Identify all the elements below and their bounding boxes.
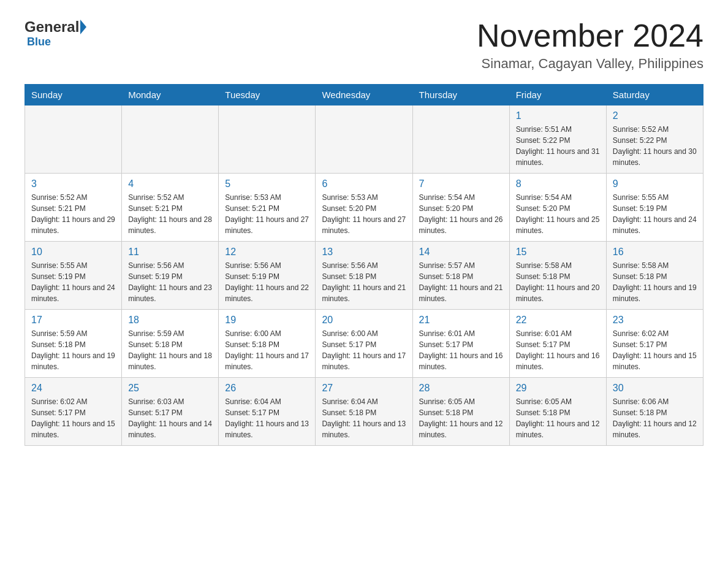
logo-text: General xyxy=(25,18,86,36)
day-cell: 22Sunrise: 6:01 AMSunset: 5:17 PMDayligh… xyxy=(509,310,606,378)
day-info: Sunrise: 6:02 AMSunset: 5:17 PMDaylight:… xyxy=(613,329,697,371)
day-number: 6 xyxy=(322,178,406,190)
day-info: Sunrise: 5:52 AMSunset: 5:21 PMDaylight:… xyxy=(31,193,115,235)
day-number: 26 xyxy=(225,383,309,394)
day-cell: 16Sunrise: 5:58 AMSunset: 5:18 PMDayligh… xyxy=(606,242,703,310)
day-info: Sunrise: 6:05 AMSunset: 5:18 PMDaylight:… xyxy=(419,397,503,439)
day-number: 13 xyxy=(322,247,406,258)
day-info: Sunrise: 6:04 AMSunset: 5:17 PMDaylight:… xyxy=(225,397,309,439)
day-cell: 30Sunrise: 6:06 AMSunset: 5:18 PMDayligh… xyxy=(606,378,703,446)
col-header-monday: Monday xyxy=(122,85,219,105)
day-info: Sunrise: 5:53 AMSunset: 5:21 PMDaylight:… xyxy=(225,193,309,235)
week-row-4: 17Sunrise: 5:59 AMSunset: 5:18 PMDayligh… xyxy=(25,310,703,378)
week-row-5: 24Sunrise: 6:02 AMSunset: 5:17 PMDayligh… xyxy=(25,378,703,446)
calendar-header-row: SundayMondayTuesdayWednesdayThursdayFrid… xyxy=(25,85,703,105)
day-cell: 29Sunrise: 6:05 AMSunset: 5:18 PMDayligh… xyxy=(509,378,606,446)
day-cell: 23Sunrise: 6:02 AMSunset: 5:17 PMDayligh… xyxy=(606,310,703,378)
day-cell: 6Sunrise: 5:53 AMSunset: 5:20 PMDaylight… xyxy=(316,174,412,242)
day-cell xyxy=(122,105,219,174)
day-info: Sunrise: 5:56 AMSunset: 5:18 PMDaylight:… xyxy=(322,261,406,303)
day-info: Sunrise: 5:52 AMSunset: 5:22 PMDaylight:… xyxy=(613,125,697,167)
day-cell: 26Sunrise: 6:04 AMSunset: 5:17 PMDayligh… xyxy=(219,378,316,446)
day-cell: 18Sunrise: 5:59 AMSunset: 5:18 PMDayligh… xyxy=(122,310,219,378)
col-header-friday: Friday xyxy=(509,85,606,105)
logo-blue-text: Blue xyxy=(25,36,51,48)
day-cell: 19Sunrise: 6:00 AMSunset: 5:18 PMDayligh… xyxy=(219,310,316,378)
logo-sub-label: Blue xyxy=(27,36,51,48)
day-number: 11 xyxy=(128,247,212,258)
day-number: 7 xyxy=(419,178,503,190)
day-info: Sunrise: 5:54 AMSunset: 5:20 PMDaylight:… xyxy=(419,193,503,235)
day-number: 10 xyxy=(31,247,115,258)
day-cell: 4Sunrise: 5:52 AMSunset: 5:21 PMDaylight… xyxy=(122,174,219,242)
day-info: Sunrise: 6:05 AMSunset: 5:18 PMDaylight:… xyxy=(516,397,600,439)
day-cell: 2Sunrise: 5:52 AMSunset: 5:22 PMDaylight… xyxy=(606,105,703,174)
calendar-table: SundayMondayTuesdayWednesdayThursdayFrid… xyxy=(25,84,703,446)
day-info: Sunrise: 6:00 AMSunset: 5:17 PMDaylight:… xyxy=(322,329,406,371)
day-cell: 9Sunrise: 5:55 AMSunset: 5:19 PMDaylight… xyxy=(606,174,703,242)
day-info: Sunrise: 5:52 AMSunset: 5:21 PMDaylight:… xyxy=(128,193,212,235)
day-number: 15 xyxy=(516,247,600,258)
title-block: November 2024 Sinamar, Cagayan Valley, P… xyxy=(477,18,703,72)
page-header: General Blue November 2024 Sinamar, Caga… xyxy=(25,18,703,72)
col-header-sunday: Sunday xyxy=(25,85,122,105)
day-cell xyxy=(412,105,509,174)
day-info: Sunrise: 5:58 AMSunset: 5:18 PMDaylight:… xyxy=(516,261,600,303)
day-number: 14 xyxy=(419,247,503,258)
col-header-saturday: Saturday xyxy=(606,85,703,105)
day-number: 30 xyxy=(613,383,697,394)
day-number: 22 xyxy=(516,315,600,326)
logo: General Blue xyxy=(25,18,86,48)
day-info: Sunrise: 6:03 AMSunset: 5:17 PMDaylight:… xyxy=(128,397,212,439)
day-cell: 13Sunrise: 5:56 AMSunset: 5:18 PMDayligh… xyxy=(316,242,412,310)
day-cell: 15Sunrise: 5:58 AMSunset: 5:18 PMDayligh… xyxy=(509,242,606,310)
day-info: Sunrise: 6:04 AMSunset: 5:18 PMDaylight:… xyxy=(322,397,406,439)
page-subtitle: Sinamar, Cagayan Valley, Philippines xyxy=(477,56,703,72)
day-number: 5 xyxy=(225,178,309,190)
logo-general: General xyxy=(25,18,79,36)
day-cell: 24Sunrise: 6:02 AMSunset: 5:17 PMDayligh… xyxy=(25,378,122,446)
day-info: Sunrise: 5:55 AMSunset: 5:19 PMDaylight:… xyxy=(31,261,115,303)
logo-triangle-icon xyxy=(80,20,86,34)
day-info: Sunrise: 6:06 AMSunset: 5:18 PMDaylight:… xyxy=(613,397,697,439)
day-number: 9 xyxy=(613,178,697,190)
day-number: 2 xyxy=(613,110,697,121)
day-info: Sunrise: 5:54 AMSunset: 5:20 PMDaylight:… xyxy=(516,193,600,235)
day-cell: 1Sunrise: 5:51 AMSunset: 5:22 PMDaylight… xyxy=(509,105,606,174)
day-number: 21 xyxy=(419,315,503,326)
day-cell: 8Sunrise: 5:54 AMSunset: 5:20 PMDaylight… xyxy=(509,174,606,242)
day-number: 24 xyxy=(31,383,115,394)
day-info: Sunrise: 6:00 AMSunset: 5:18 PMDaylight:… xyxy=(225,329,309,371)
day-cell: 3Sunrise: 5:52 AMSunset: 5:21 PMDaylight… xyxy=(25,174,122,242)
week-row-1: 1Sunrise: 5:51 AMSunset: 5:22 PMDaylight… xyxy=(25,105,703,174)
day-number: 23 xyxy=(613,315,697,326)
day-number: 3 xyxy=(31,178,115,190)
day-cell: 20Sunrise: 6:00 AMSunset: 5:17 PMDayligh… xyxy=(316,310,412,378)
day-info: Sunrise: 5:51 AMSunset: 5:22 PMDaylight:… xyxy=(516,125,600,167)
day-cell xyxy=(316,105,412,174)
day-cell xyxy=(25,105,122,174)
col-header-thursday: Thursday xyxy=(412,85,509,105)
day-number: 29 xyxy=(516,383,600,394)
day-number: 4 xyxy=(128,178,212,190)
day-number: 20 xyxy=(322,315,406,326)
day-cell: 10Sunrise: 5:55 AMSunset: 5:19 PMDayligh… xyxy=(25,242,122,310)
day-number: 19 xyxy=(225,315,309,326)
day-cell: 7Sunrise: 5:54 AMSunset: 5:20 PMDaylight… xyxy=(412,174,509,242)
day-cell: 27Sunrise: 6:04 AMSunset: 5:18 PMDayligh… xyxy=(316,378,412,446)
page-title: November 2024 xyxy=(477,18,703,53)
day-number: 18 xyxy=(128,315,212,326)
day-info: Sunrise: 5:56 AMSunset: 5:19 PMDaylight:… xyxy=(128,261,212,303)
day-cell: 25Sunrise: 6:03 AMSunset: 5:17 PMDayligh… xyxy=(122,378,219,446)
day-cell: 21Sunrise: 6:01 AMSunset: 5:17 PMDayligh… xyxy=(412,310,509,378)
day-cell: 5Sunrise: 5:53 AMSunset: 5:21 PMDaylight… xyxy=(219,174,316,242)
day-number: 27 xyxy=(322,383,406,394)
day-info: Sunrise: 6:01 AMSunset: 5:17 PMDaylight:… xyxy=(516,329,600,371)
day-cell: 12Sunrise: 5:56 AMSunset: 5:19 PMDayligh… xyxy=(219,242,316,310)
week-row-2: 3Sunrise: 5:52 AMSunset: 5:21 PMDaylight… xyxy=(25,174,703,242)
day-info: Sunrise: 5:57 AMSunset: 5:18 PMDaylight:… xyxy=(419,261,503,303)
col-header-wednesday: Wednesday xyxy=(316,85,412,105)
week-row-3: 10Sunrise: 5:55 AMSunset: 5:19 PMDayligh… xyxy=(25,242,703,310)
day-number: 25 xyxy=(128,383,212,394)
day-number: 16 xyxy=(613,247,697,258)
